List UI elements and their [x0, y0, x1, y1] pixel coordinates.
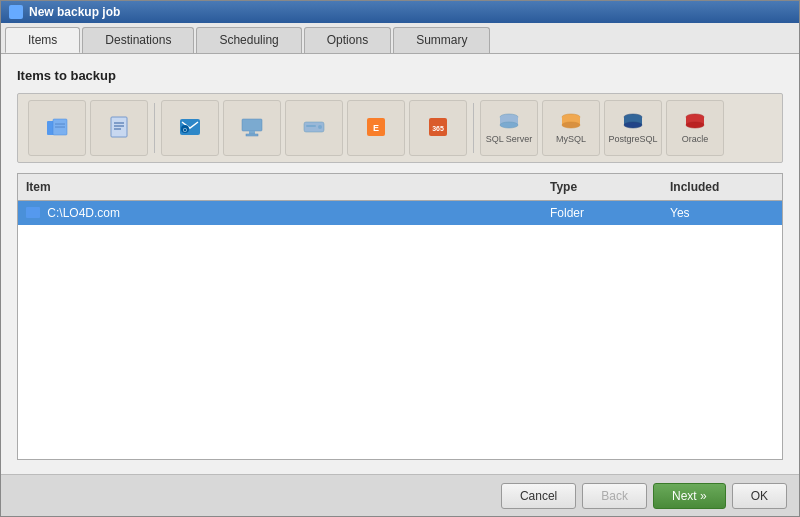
- content-area: Items to backup: [1, 54, 799, 474]
- toolbar-btn-files[interactable]: [28, 100, 86, 156]
- toolbar-btn-network[interactable]: [223, 100, 281, 156]
- cancel-button[interactable]: Cancel: [501, 483, 576, 509]
- svg-rect-11: [242, 119, 262, 131]
- svg-text:365: 365: [432, 125, 444, 132]
- footer: Cancel Back Next » OK: [1, 474, 799, 516]
- svg-point-15: [318, 125, 322, 129]
- folder-icon: [26, 207, 40, 218]
- table-row[interactable]: C:\LO4D.com Folder Yes: [18, 201, 782, 225]
- items-table: Item Type Included C:\LO4D.com Folder Ye…: [17, 173, 783, 460]
- svg-point-26: [562, 122, 580, 128]
- title-bar: New backup job: [1, 1, 799, 23]
- cell-included: Yes: [662, 204, 782, 222]
- toolbar-btn-sql-label: SQL Server: [486, 134, 533, 144]
- toolbar-btn-mysql[interactable]: MySQL: [542, 100, 600, 156]
- table-header: Item Type Included: [18, 174, 782, 201]
- toolbar: O: [17, 93, 783, 163]
- toolbar-divider-2: [473, 103, 474, 153]
- ok-button[interactable]: OK: [732, 483, 787, 509]
- tab-items[interactable]: Items: [5, 27, 80, 53]
- col-header-item: Item: [18, 178, 542, 196]
- tab-summary[interactable]: Summary: [393, 27, 490, 53]
- tab-options[interactable]: Options: [304, 27, 391, 53]
- svg-rect-4: [111, 117, 127, 137]
- col-header-included: Included: [662, 178, 782, 196]
- svg-rect-16: [306, 125, 316, 127]
- main-window: New backup job Items Destinations Schedu…: [0, 0, 800, 517]
- tab-destinations[interactable]: Destinations: [82, 27, 194, 53]
- toolbar-btn-drive[interactable]: [285, 100, 343, 156]
- cell-type: Folder: [542, 204, 662, 222]
- table-body: C:\LO4D.com Folder Yes: [18, 201, 782, 459]
- tab-bar: Items Destinations Scheduling Options Su…: [1, 23, 799, 54]
- next-button[interactable]: Next »: [653, 483, 726, 509]
- toolbar-btn-exchange[interactable]: E: [347, 100, 405, 156]
- toolbar-btn-docs[interactable]: [90, 100, 148, 156]
- back-button[interactable]: Back: [582, 483, 647, 509]
- tab-scheduling[interactable]: Scheduling: [196, 27, 301, 53]
- toolbar-btn-outlook[interactable]: O: [161, 100, 219, 156]
- toolbar-btn-oracle[interactable]: Oracle: [666, 100, 724, 156]
- svg-point-23: [500, 122, 518, 128]
- svg-point-32: [686, 122, 704, 128]
- window-title: New backup job: [29, 5, 120, 19]
- section-title: Items to backup: [17, 68, 783, 83]
- toolbar-divider-1: [154, 103, 155, 153]
- toolbar-btn-sql[interactable]: SQL Server: [480, 100, 538, 156]
- svg-text:O: O: [183, 127, 187, 133]
- window-icon: [9, 5, 23, 19]
- svg-text:E: E: [373, 123, 379, 133]
- toolbar-btn-office365[interactable]: 365: [409, 100, 467, 156]
- cell-item: C:\LO4D.com: [18, 204, 542, 222]
- toolbar-btn-postgresql[interactable]: PostgreSQL: [604, 100, 662, 156]
- svg-rect-13: [246, 134, 258, 136]
- svg-point-29: [624, 122, 642, 128]
- toolbar-btn-mysql-label: MySQL: [556, 134, 586, 144]
- toolbar-btn-oracle-label: Oracle: [682, 134, 709, 144]
- toolbar-btn-postgresql-label: PostgreSQL: [608, 134, 657, 144]
- col-header-type: Type: [542, 178, 662, 196]
